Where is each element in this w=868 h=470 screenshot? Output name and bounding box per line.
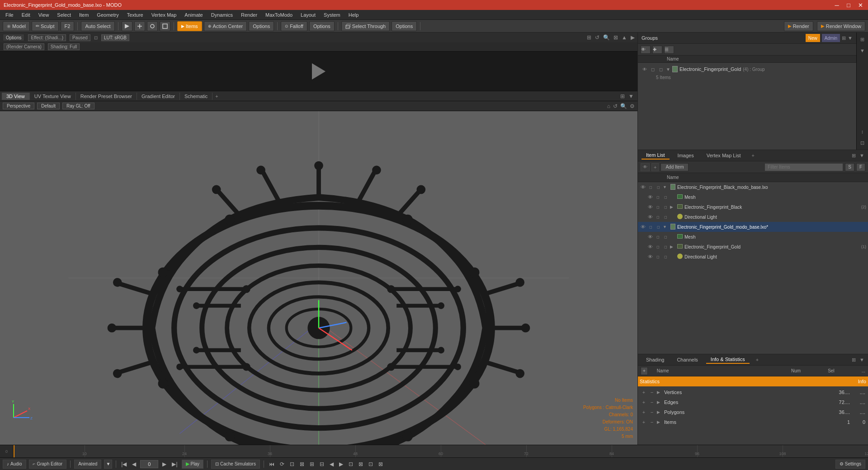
filter-f-btn[interactable]: F: [856, 163, 865, 171]
pb-icon-2[interactable]: ↺: [595, 34, 599, 41]
menu-render[interactable]: Render: [237, 11, 261, 19]
item-vis-m2-2[interactable]: ◻: [655, 235, 661, 239]
menu-file[interactable]: File: [2, 11, 17, 19]
tab-add[interactable]: +: [212, 93, 221, 100]
maximize-btn[interactable]: □: [844, 2, 853, 9]
falloff-btn[interactable]: ⊙ Falloff: [281, 21, 307, 31]
item-row-efg-group[interactable]: 👁 ◻ ◻ ▶ Electronic_Fingerprint_Gold (1): [638, 242, 868, 252]
stat-expand-items[interactable]: ▶: [657, 420, 662, 424]
groups-collapse-btn[interactable]: ▼: [848, 35, 853, 41]
groups-content[interactable]: 👁 ◻ ◻ ▼ Electronic_Fingerprint_Gold (4) …: [638, 63, 856, 150]
groups-expand-btn[interactable]: ⊞: [842, 35, 846, 41]
transform-arrow-btn[interactable]: [122, 21, 132, 31]
stat-row-edges[interactable]: + − ▶ Edges 72.... ....: [639, 397, 867, 407]
options-btn-3[interactable]: Options: [392, 21, 417, 31]
group-eye2-icon[interactable]: ◻: [650, 67, 656, 72]
group-eye-icon[interactable]: 👁: [642, 67, 648, 72]
stats-collapse-btn[interactable]: ▼: [859, 357, 864, 362]
groups-ricon-3[interactable]: ↕: [858, 127, 868, 136]
item-row-file-gold[interactable]: 👁 ◻ ◻ ▼ Electronic_Fingerprint_Gold_modo…: [638, 222, 868, 232]
cache-simulators-btn[interactable]: ⊡ Cache Simulators: [211, 460, 260, 469]
bt-icon-9[interactable]: ⊡: [347, 461, 354, 468]
pb-icon-4[interactable]: ⊠: [613, 34, 618, 41]
stats-expand-btn[interactable]: ⊞: [852, 357, 856, 363]
item-row-mesh-1[interactable]: 👁 ◻ ◻ ▶ Mesh: [638, 192, 868, 202]
il-eye-btn[interactable]: 👁: [641, 163, 650, 171]
stats-add-btn[interactable]: +: [641, 367, 648, 375]
frame-input[interactable]: [140, 460, 158, 468]
select-through-btn[interactable]: Select Through: [341, 21, 390, 31]
tab-render-preset[interactable]: Render Preset Browser: [76, 93, 137, 100]
groups-ricon-2[interactable]: ▼: [858, 46, 868, 56]
bt-icon-1[interactable]: ⏮: [268, 461, 276, 468]
groups-menu-btn[interactable]: ☰: [664, 46, 674, 54]
item-vis-1[interactable]: 👁: [640, 184, 646, 190]
groups-ricon-4[interactable]: ⊡: [858, 138, 868, 148]
stats-tab-add[interactable]: +: [753, 356, 761, 363]
timeline-track[interactable]: 10 24 36 48 60 72 84 96 108 120: [14, 445, 868, 457]
menu-dynamics[interactable]: Dynamics: [208, 11, 236, 19]
stat-sub-items[interactable]: −: [649, 419, 655, 425]
menu-view[interactable]: View: [35, 11, 53, 19]
item-vis-l2-3[interactable]: ◻: [662, 255, 669, 259]
pb-options-label[interactable]: Options: [3, 34, 24, 41]
il-expand-btn[interactable]: ⊞: [852, 153, 856, 159]
bt-icon-7[interactable]: ◀: [328, 461, 335, 468]
bt-icon-10[interactable]: ⊠: [357, 461, 364, 468]
vp-icon-settings[interactable]: ⚙: [630, 103, 635, 109]
item-vis-l2-2[interactable]: ◻: [655, 255, 661, 259]
group-eye3-icon[interactable]: ◻: [658, 67, 664, 72]
groups-admin-btn[interactable]: Admin: [822, 34, 840, 42]
item-row-efb-group[interactable]: 👁 ◻ ◻ ▶ Electronic_Fingerprint_Black (2): [638, 202, 868, 212]
tab-uv-texture[interactable]: UV Texture View: [30, 93, 76, 100]
menu-animate[interactable]: Animate: [181, 11, 206, 19]
menu-help[interactable]: Help: [345, 11, 363, 19]
il-collapse-btn[interactable]: ▼: [859, 153, 864, 158]
item-vis-l1-2[interactable]: ◻: [655, 215, 661, 219]
transport-prev-btn[interactable]: ◀: [131, 461, 137, 468]
tab-images[interactable]: Images: [673, 152, 698, 159]
graph-editor-btn[interactable]: ⌐ Graph Editor: [29, 460, 67, 469]
tab-gradient-editor[interactable]: Gradient Editor: [137, 93, 180, 100]
pb-icon-5[interactable]: ▲: [622, 34, 627, 41]
pb-icon-1[interactable]: ⊞: [587, 34, 591, 41]
transport-next-key-btn[interactable]: ▶|: [170, 461, 179, 468]
tool-model-btn[interactable]: ◉ Model: [3, 21, 30, 31]
bt-icon-3[interactable]: ⊡: [288, 461, 296, 468]
item-expand-efg[interactable]: ▶: [670, 244, 675, 249]
item-row-mesh-2[interactable]: 👁 ◻ ◻ ▶ Mesh: [638, 232, 868, 242]
default-label[interactable]: Default: [37, 103, 60, 109]
render-window-btn[interactable]: ▶ Render Window: [817, 21, 865, 31]
group-expand-icon[interactable]: ▼: [666, 67, 670, 72]
stat-row-polygons[interactable]: + − ▶ Polygons 36.... ....: [639, 407, 867, 417]
item-expand-efb[interactable]: ▶: [670, 205, 675, 209]
menu-select[interactable]: Select: [53, 11, 75, 19]
stat-row-vertices[interactable]: + − ▶ Vertices 36.... ....: [639, 387, 867, 397]
tool-sculpt-btn[interactable]: ✏ Sculpt: [32, 21, 59, 31]
item-vis-fg-2[interactable]: ◻: [647, 225, 654, 229]
bt-icon-8[interactable]: ▶: [338, 461, 344, 468]
item-vis-efg-3[interactable]: ◻: [662, 245, 669, 249]
render-btn[interactable]: ▶ Render: [784, 21, 813, 31]
menu-edit[interactable]: Edit: [18, 11, 34, 19]
raygl-label[interactable]: Ray GL: Off: [62, 103, 94, 109]
item-expand-fg[interactable]: ▼: [663, 225, 668, 229]
bt-icon-11[interactable]: ⊡: [367, 461, 374, 468]
stat-add-items[interactable]: +: [641, 419, 647, 425]
menu-layout[interactable]: Layout: [297, 11, 319, 19]
groups-ricon-1[interactable]: ⊞: [858, 34, 868, 44]
play-button-large[interactable]: [307, 60, 330, 83]
animated-btn[interactable]: Animated: [74, 460, 101, 469]
vp-icon-home[interactable]: ⌂: [607, 103, 610, 109]
bt-icon-5[interactable]: ⊞: [308, 461, 316, 468]
item-list-content[interactable]: 👁 ◻ ◻ ▼ Electronic_Fingerprint_Black_mod…: [638, 182, 868, 354]
stat-expand-edges[interactable]: ▶: [657, 400, 662, 404]
pb-icon-6[interactable]: ▶: [631, 34, 635, 41]
item-vis-l1-3[interactable]: ◻: [662, 215, 669, 219]
vp-icon-search[interactable]: 🔍: [620, 103, 627, 109]
stats-tab-channels[interactable]: Channels: [672, 356, 702, 363]
stats-tab-info[interactable]: Info & Statistics: [706, 356, 750, 364]
item-expand-1[interactable]: ▼: [663, 185, 668, 189]
tab-item-list[interactable]: Item List: [642, 151, 670, 160]
items-mode-btn[interactable]: ▶ Items: [177, 21, 202, 31]
